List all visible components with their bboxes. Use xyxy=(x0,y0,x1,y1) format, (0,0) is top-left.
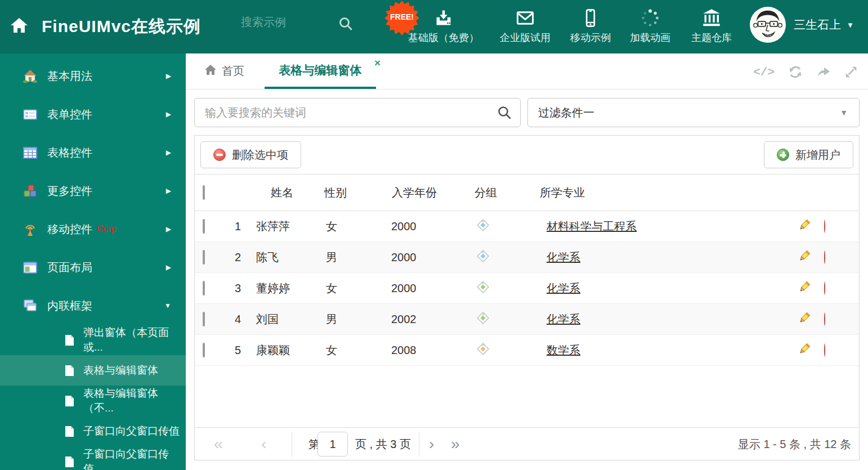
sidebar-item-inline-frame[interactable]: 内联框架 ▼ xyxy=(0,287,186,325)
row-checkbox[interactable] xyxy=(203,281,205,296)
cell-gender: 女 xyxy=(321,281,389,296)
nav-label: 主题仓库 xyxy=(675,31,748,44)
sidebar-item-page-layout[interactable]: 页面布局 ▶ xyxy=(0,248,186,287)
sidebar-item-label: 表格控件 xyxy=(47,145,92,160)
edit-icon[interactable] xyxy=(798,252,811,265)
file-icon xyxy=(64,365,75,377)
filter-condition-select[interactable]: 过滤条件一 ▼ xyxy=(527,98,860,127)
edit-icon[interactable] xyxy=(798,314,811,326)
table-row: 5 康颖颖 女 2008 数学系 xyxy=(195,335,859,366)
source-code-icon[interactable]: </> xyxy=(753,66,775,79)
nav-theme-repo[interactable]: 主题仓库 xyxy=(675,7,748,44)
fullscreen-icon[interactable] xyxy=(844,65,858,79)
app-home-icon[interactable] xyxy=(10,17,28,36)
delete-icon[interactable] xyxy=(824,250,825,264)
major-link[interactable]: 化学系 xyxy=(547,251,580,263)
sidebar-subitem-child-to-parent-2[interactable]: 子窗口向父窗口传值... xyxy=(0,446,186,470)
sidebar-item-form-controls[interactable]: 表单控件 ▶ xyxy=(0,95,186,133)
delete-icon[interactable] xyxy=(824,220,825,233)
header-search-icon[interactable] xyxy=(338,16,353,33)
sidebar-item-more-controls[interactable]: 更多控件 ▶ xyxy=(0,172,186,210)
column-header-gender[interactable]: 性别 xyxy=(321,185,389,200)
open-new-window-icon[interactable] xyxy=(816,65,831,79)
corp-badge: Corp. xyxy=(97,224,119,234)
sidebar-subitem-grid-edit-window-2[interactable]: 表格与编辑窗体（不... xyxy=(0,386,186,416)
row-checkbox[interactable] xyxy=(203,343,205,357)
row-checkbox[interactable] xyxy=(203,219,205,234)
tag-icon xyxy=(477,281,489,293)
chevron-down-icon: ▼ xyxy=(164,302,171,310)
plus-icon xyxy=(777,149,789,161)
download-icon xyxy=(407,7,480,29)
last-page-icon[interactable]: » xyxy=(451,436,460,452)
delete-selected-button[interactable]: 删除选中项 xyxy=(200,141,301,168)
edit-icon[interactable] xyxy=(798,345,811,357)
row-checkbox[interactable] xyxy=(203,250,205,265)
sidebar-item-grid-controls[interactable]: 表格控件 ▶ xyxy=(0,133,186,172)
table-row: 2 陈飞 男 2000 化学系 xyxy=(195,242,859,273)
delete-icon[interactable] xyxy=(824,312,825,326)
sidebar-subitem-child-to-parent[interactable]: 子窗口向父窗口传值 xyxy=(0,416,186,446)
tab-grid-edit-window[interactable]: 表格与编辑窗体 × xyxy=(265,53,376,89)
edit-icon[interactable] xyxy=(798,283,811,296)
nav-basic-edition[interactable]: 基础版（免费） xyxy=(407,7,480,44)
keyword-search-input[interactable] xyxy=(194,98,521,127)
chevron-right-icon: ▶ xyxy=(166,187,171,195)
tab-home[interactable]: 首页 xyxy=(204,53,244,89)
major-link[interactable]: 化学系 xyxy=(547,313,580,325)
tab-label: 表格与编辑窗体 xyxy=(279,62,362,78)
search-icon[interactable] xyxy=(497,105,512,122)
sidebar-item-basic-usage[interactable]: 基本用法 ▶ xyxy=(0,57,186,95)
sidebar-subitem-grid-edit-window[interactable]: 表格与编辑窗体 xyxy=(0,355,186,386)
header-search-input[interactable] xyxy=(241,16,334,29)
close-icon[interactable]: × xyxy=(374,57,381,68)
select-all-checkbox[interactable] xyxy=(203,185,205,200)
major-link[interactable]: 材料科学与工程系 xyxy=(547,220,637,232)
tab-label: 首页 xyxy=(222,64,244,79)
sidebar-subitem-popup-window[interactable]: 弹出窗体（本页面或... xyxy=(0,325,186,355)
row-number: 1 xyxy=(222,220,244,233)
column-header-year[interactable]: 入学年份 xyxy=(389,185,473,200)
sidebar-subitem-label: 子窗口向父窗口传值 xyxy=(83,424,180,438)
first-page-icon[interactable]: « xyxy=(214,436,223,452)
envelope-icon xyxy=(489,7,562,29)
file-icon xyxy=(64,334,75,346)
add-user-button[interactable]: 新增用户 xyxy=(764,141,853,168)
topbar: FineUIMvc在线示例 FREE! 基础版（免费） 企业版试用 移动示例 xyxy=(0,0,868,53)
nav-label: 基础版（免费） xyxy=(407,31,480,44)
major-link[interactable]: 数学系 xyxy=(547,344,580,356)
file-icon xyxy=(64,395,75,407)
page-number-input[interactable] xyxy=(317,432,348,456)
prev-page-icon[interactable]: ‹ xyxy=(261,436,266,452)
column-header-major[interactable]: 所学专业 xyxy=(535,185,727,200)
cell-name: 刘国 xyxy=(244,312,321,327)
cell-name: 陈飞 xyxy=(244,250,321,265)
edit-icon[interactable] xyxy=(798,221,811,234)
sidebar-item-mobile-controls[interactable]: 移动控件 Corp. ▶ xyxy=(0,210,186,248)
avatar xyxy=(750,7,786,43)
sidebar-item-label: 表单控件 xyxy=(47,107,92,122)
divider xyxy=(292,432,292,456)
chevron-right-icon: ▶ xyxy=(166,72,171,80)
frames-icon xyxy=(23,298,38,314)
button-label: 删除选中项 xyxy=(232,147,288,163)
sidebar-subitem-label: 表格与编辑窗体（不... xyxy=(83,386,186,415)
data-grid: 删除选中项 新增用户 姓名 性别 入学年份 分组 所学专业 1 张萍萍 女 20… xyxy=(194,135,860,460)
next-page-icon[interactable]: › xyxy=(429,436,434,452)
user-menu[interactable]: 三生石上 ▼ xyxy=(750,7,854,43)
chevron-right-icon: ▶ xyxy=(166,225,171,233)
row-checkbox[interactable] xyxy=(203,312,205,326)
cell-gender: 男 xyxy=(321,250,389,265)
delete-icon[interactable] xyxy=(824,281,825,295)
cell-year: 2000 xyxy=(389,220,473,233)
column-header-group[interactable]: 分组 xyxy=(473,185,535,200)
column-header-name[interactable]: 姓名 xyxy=(244,185,321,200)
major-link[interactable]: 化学系 xyxy=(547,282,580,294)
refresh-icon[interactable] xyxy=(788,65,803,79)
sidebar-subitem-label: 子窗口向父窗口传值... xyxy=(83,447,186,470)
delete-icon[interactable] xyxy=(824,343,825,357)
nav-enterprise-trial[interactable]: 企业版试用 xyxy=(489,7,562,44)
tag-icon xyxy=(477,343,489,355)
nav-label: 企业版试用 xyxy=(489,31,562,44)
cell-name: 张萍萍 xyxy=(244,219,321,234)
